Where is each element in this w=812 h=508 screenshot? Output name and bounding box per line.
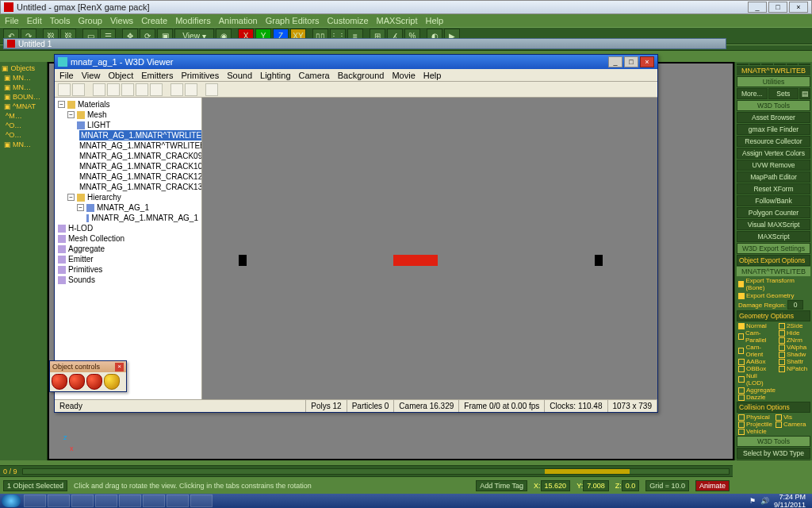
opt-cam-orient[interactable]: Cam-Orient bbox=[737, 344, 777, 358]
opt-obbox[interactable]: OBBox bbox=[737, 365, 777, 372]
taskbar-chrome-icon[interactable] bbox=[24, 495, 46, 507]
coll-physical[interactable]: Physical bbox=[737, 414, 774, 421]
w3d-tool-stop-icon[interactable] bbox=[136, 83, 148, 96]
polygon-counter-button[interactable]: Polygon Counter bbox=[737, 207, 810, 218]
taskbar-explorer-icon[interactable] bbox=[48, 495, 70, 507]
left-scene-tree[interactable]: ▣ Objects ▣ MN… ▣ MN… ▣ BOUN… ▣ ^MNAT ^M… bbox=[0, 62, 48, 460]
select-bones-button[interactable]: Select Bones bbox=[737, 460, 810, 460]
tree-item-selected[interactable]: MNATR_AG_1.MNATR^TWRLITEA bbox=[58, 130, 198, 140]
object-controls-toolbox[interactable]: Object controls × bbox=[49, 360, 127, 392]
w3d-tool-save-icon[interactable] bbox=[72, 83, 85, 96]
w3d-menu-movie[interactable]: Movie bbox=[392, 71, 415, 80]
visual-maxscript-button[interactable]: Visual MAXScript bbox=[737, 219, 810, 230]
menu-customize[interactable]: Customize bbox=[327, 16, 369, 25]
w3d-tool-pause-icon[interactable] bbox=[121, 83, 134, 96]
coll-vehicle[interactable]: Vehicle bbox=[737, 428, 774, 435]
opt-null-lod[interactable]: Null (LOD) bbox=[737, 372, 777, 387]
export-geometry-checkbox[interactable]: Export Geometry bbox=[737, 292, 810, 299]
start-button-icon[interactable] bbox=[2, 495, 21, 507]
w3d-menu-sound[interactable]: Sound bbox=[227, 71, 252, 80]
tab-utilities-icon[interactable] bbox=[799, 64, 810, 65]
tab-hierarchy-icon[interactable] bbox=[761, 64, 773, 65]
opt-normal[interactable]: Normal bbox=[737, 322, 777, 329]
coord-z[interactable]: Z:0.0 bbox=[615, 482, 640, 490]
w3d-tool-open-icon[interactable] bbox=[58, 83, 71, 96]
menu-maxscript[interactable]: MAXScript bbox=[377, 16, 418, 25]
expand-icon[interactable]: − bbox=[67, 194, 75, 201]
taskbar-app1-icon[interactable] bbox=[95, 495, 117, 507]
w3d-minimize-button[interactable]: _ bbox=[608, 56, 622, 67]
timeline-playhead[interactable] bbox=[545, 469, 630, 474]
w3d-menu-file[interactable]: File bbox=[59, 71, 74, 80]
opt-shattr[interactable]: Shattr bbox=[777, 358, 810, 365]
menu-group[interactable]: Group bbox=[78, 16, 102, 25]
sets-button[interactable]: Sets bbox=[768, 88, 799, 99]
coord-x[interactable]: X:15.620 bbox=[534, 482, 570, 490]
w3d-tool-refresh-icon[interactable] bbox=[185, 83, 197, 96]
expand-icon[interactable]: − bbox=[77, 204, 84, 211]
opt-znrm[interactable]: ZNrm bbox=[777, 337, 810, 344]
expand-icon[interactable]: − bbox=[67, 111, 75, 118]
taskbar-app2-icon[interactable] bbox=[119, 495, 141, 507]
w3d-menu-help[interactable]: Help bbox=[423, 71, 442, 80]
taskbar-w3d-icon[interactable] bbox=[190, 495, 213, 507]
sets-config-icon[interactable]: ▤ bbox=[799, 88, 810, 99]
assign-vertex-colors-button[interactable]: Assign Vertex Colors bbox=[737, 148, 810, 159]
menu-tools[interactable]: Tools bbox=[50, 16, 71, 25]
opt-aabox[interactable]: AABox bbox=[737, 358, 777, 365]
w3d-tools2-header[interactable]: W3D Tools bbox=[737, 436, 810, 447]
minimize-button[interactable]: _ bbox=[748, 2, 767, 13]
more-button[interactable]: More... bbox=[737, 88, 768, 99]
w3d-tool-step-back-icon[interactable] bbox=[93, 83, 105, 96]
export-settings-header[interactable]: W3D Export Settings bbox=[737, 243, 810, 254]
expand-icon[interactable]: − bbox=[58, 101, 65, 108]
maxscript-button[interactable]: MAXScript bbox=[737, 231, 810, 242]
menu-views[interactable]: Views bbox=[110, 16, 133, 25]
w3d-menu-primitives[interactable]: Primitives bbox=[182, 71, 220, 80]
taskbar-media-icon[interactable] bbox=[71, 495, 94, 507]
timeline-track[interactable] bbox=[22, 468, 730, 475]
w3d-menu-lighting[interactable]: Lighting bbox=[260, 71, 291, 80]
opt-dazzle[interactable]: Dazzle bbox=[737, 394, 777, 401]
resource-collector-button[interactable]: Resource Collector bbox=[737, 136, 810, 147]
w3d-maximize-button[interactable]: □ bbox=[624, 56, 638, 67]
animate-button[interactable]: Animate bbox=[695, 480, 730, 491]
tab-display-icon[interactable] bbox=[787, 64, 799, 65]
w3d-tools-header[interactable]: W3D Tools bbox=[737, 100, 810, 111]
rotate-z-button[interactable] bbox=[86, 374, 102, 390]
menu-animation[interactable]: Animation bbox=[219, 16, 258, 25]
mdi-title[interactable]: Untitled 1 bbox=[3, 38, 726, 49]
reset-xform-button[interactable]: Reset XForm bbox=[737, 183, 810, 194]
timeline[interactable]: 0 / 9 bbox=[0, 465, 733, 476]
opt-npatch[interactable]: NPatch bbox=[777, 365, 810, 372]
rotate-free-button[interactable] bbox=[104, 374, 120, 390]
opt-aggregate[interactable]: Aggregate bbox=[737, 387, 777, 394]
object-controls-title[interactable]: Object controls × bbox=[50, 361, 126, 372]
object-controls-close-icon[interactable]: × bbox=[115, 363, 124, 371]
add-time-tag[interactable]: Add Time Tag bbox=[476, 480, 527, 491]
w3d-close-button[interactable]: × bbox=[640, 56, 654, 67]
w3d-tool-step-fwd-icon[interactable] bbox=[150, 83, 163, 96]
opt-cam-parallel[interactable]: Cam-Parallel bbox=[737, 329, 777, 344]
tab-motion-icon[interactable] bbox=[774, 64, 786, 65]
opt-2side[interactable]: 2Side bbox=[777, 322, 810, 329]
w3d-tool-help-icon[interactable] bbox=[205, 83, 218, 96]
w3d-titlebar[interactable]: mnatr_ag_1 - W3D Viewer _ □ × bbox=[55, 55, 657, 69]
coll-vis[interactable]: Vis bbox=[774, 414, 810, 421]
system-tray[interactable]: ⚑ 🔊 7:24 PM 9/11/2011 bbox=[749, 493, 810, 508]
w3d-menu-background[interactable]: Background bbox=[338, 71, 385, 80]
rotate-y-button[interactable] bbox=[69, 374, 85, 390]
w3d-menu-emitters[interactable]: Emitters bbox=[141, 71, 173, 80]
opt-shadw[interactable]: Shadw bbox=[777, 351, 810, 358]
w3d-menu-camera[interactable]: Camera bbox=[299, 71, 330, 80]
maximize-button[interactable]: □ bbox=[768, 2, 787, 13]
menu-edit[interactable]: Edit bbox=[27, 16, 42, 25]
uvw-remove-button[interactable]: UVW Remove bbox=[737, 160, 810, 171]
w3d-menu-view[interactable]: View bbox=[82, 71, 101, 80]
asset-browser-button[interactable]: Asset Browser bbox=[737, 112, 810, 123]
w3d-menu-object[interactable]: Object bbox=[108, 71, 133, 80]
menu-grapheditors[interactable]: Graph Editors bbox=[266, 16, 320, 25]
menu-help[interactable]: Help bbox=[426, 16, 444, 25]
taskbar-app3-icon[interactable] bbox=[167, 495, 189, 507]
export-name-field[interactable]: MNATR^TWRLITEB bbox=[737, 267, 810, 276]
